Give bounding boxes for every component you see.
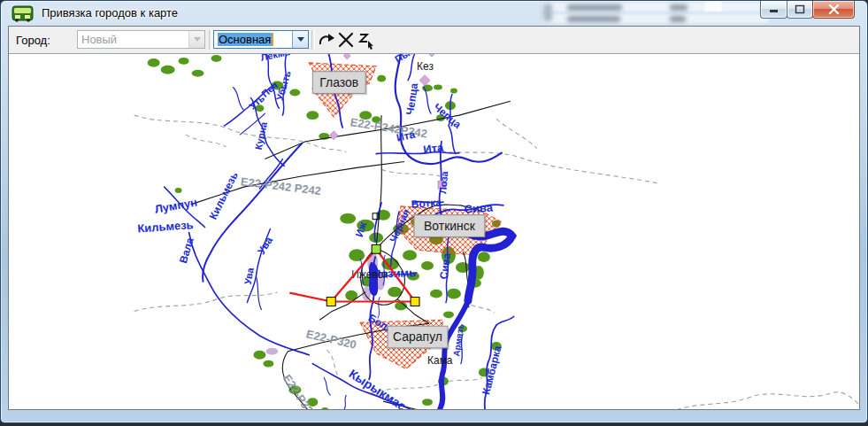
city-combobox-value: Новый [78,31,188,48]
city-label-glazov[interactable]: Глазов [312,72,367,96]
river-label: Сива [464,201,494,216]
map-combobox-value: Основная [218,33,273,46]
window-frame: Привязка городов к карте Город: Новый [0,0,868,423]
close-button[interactable] [812,1,855,19]
map-combobox[interactable]: Основная [213,30,309,49]
river-label: Чепца [403,82,420,116]
redo-arrow-icon [316,30,335,50]
minimize-icon [769,5,780,13]
maximize-icon [795,4,805,14]
select-route-icon [357,30,376,50]
river-label: Лекма [259,54,291,63]
svg-text:Глазов: Глазов [319,75,358,89]
select-button[interactable] [357,30,376,50]
toolbar: Город: Новый Основная [9,27,859,53]
maximize-button[interactable] [787,1,813,19]
binding-vertex[interactable] [411,298,419,306]
city-label: Город: [16,34,50,47]
redo-button[interactable] [316,30,335,50]
river-label: Ува [242,266,256,285]
binding-vertex-selected[interactable] [372,244,380,253]
town-label: Кез [417,60,434,73]
town-label: Кама [427,354,453,367]
river-label: Курна [253,120,270,151]
delete-x-icon [336,30,356,50]
binding-line [289,293,331,302]
window-title: Привязка городов к карте [42,6,178,19]
road-label: Е22-Р242 Р242 [240,174,322,198]
svg-text:Сарапул: Сарапул [393,329,442,344]
river-label: Кильмезь [207,170,241,221]
river-label: Ува [255,235,275,257]
river-label: Лоза [437,170,449,194]
city-combobox-dropdown-button[interactable] [188,31,204,48]
river-label: Ита [422,141,445,157]
delete-button[interactable] [336,30,356,50]
road-label: Е22-Р242Р242 [350,115,428,140]
map-canvas[interactable]: Е22-Р242Р242 Е22-Р242 Р242 Е22-Р320 Е22-… [9,53,859,409]
map-svg: Е22-Р242Р242 Е22-Р242 Р242 Е22-Р320 Е22-… [9,54,859,409]
bus-icon [11,4,35,22]
client-area: Город: Новый Основная [8,26,860,410]
toolbar-separator [311,30,315,50]
window-controls [761,1,855,19]
city-label-votkinsk[interactable]: Воткинск [414,215,487,239]
river-label: Кильмезь [137,218,194,235]
river-label: Вотка [411,197,442,211]
binding-vertex[interactable] [326,298,335,306]
title-bar[interactable]: Привязка городов к карте [1,1,867,26]
close-icon [828,4,840,14]
road-label: Е22-Р320 [305,327,358,351]
river-label: Ита [396,128,417,144]
city-label-sarapul[interactable]: Сарапул [388,326,449,350]
chevron-down-icon [194,37,201,42]
chevron-down-icon [297,37,304,42]
map-combobox-dropdown-button[interactable] [292,31,308,48]
svg-text:Воткинск: Воткинск [424,219,476,233]
city-combobox[interactable]: Новый [77,30,205,49]
river-label: Сива [437,252,453,281]
river-label: Лумпун [154,196,198,216]
minimize-button[interactable] [760,1,787,19]
toolbar-separator [209,30,212,50]
